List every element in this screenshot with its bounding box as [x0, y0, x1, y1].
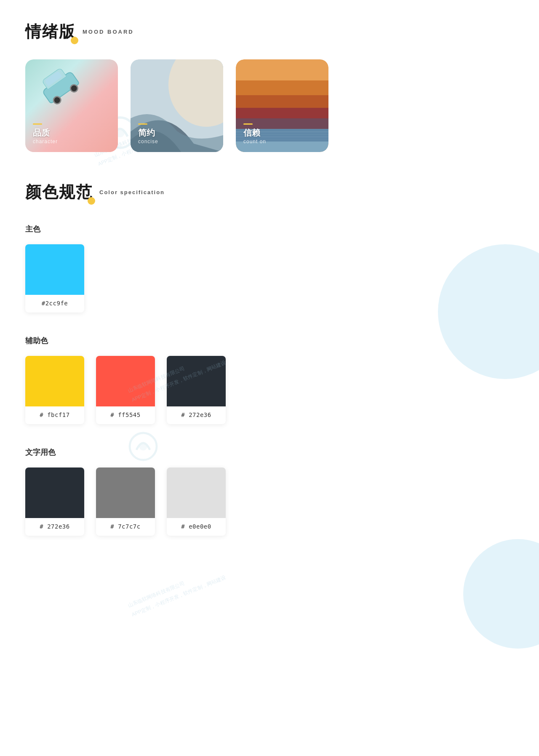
swatch-label-text-grey: # 7c7c7c — [96, 523, 155, 530]
swatch-label-dark: # 272e36 — [167, 411, 226, 418]
card-cn-count-on: 信赖 — [243, 127, 266, 139]
swatch-color-dark — [167, 356, 226, 406]
swatch-label-blue: #2cc9fe — [25, 300, 84, 307]
card-bar-2 — [138, 123, 147, 125]
secondary-color-label: 辅助色 — [25, 336, 514, 346]
primary-color-label: 主色 — [25, 224, 514, 234]
swatch-color-red — [96, 356, 155, 406]
text-color-group: 文字用色 # 272e36 # 7c7c7c # e0e0e0 — [25, 447, 514, 536]
swatch-text-dark: # 272e36 — [25, 467, 84, 536]
title-dot — [71, 37, 78, 44]
page: 山东临软网络科技有限公司 APP定制，小程序开发，软件定制，网站建设 山东临软网… — [0, 0, 539, 584]
swatch-yellow: # fbcf17 — [25, 356, 84, 424]
swatch-red: # ff5545 — [96, 356, 155, 424]
swatch-color-text-light — [167, 467, 226, 518]
mood-board-header: 情绪版 MOOD BOARD — [25, 21, 514, 43]
mood-card-concise: 简约 concise — [131, 59, 223, 152]
color-title-dot — [88, 197, 95, 205]
card-en-count-on: count on — [243, 139, 266, 144]
swatch-color-blue — [25, 244, 84, 295]
secondary-color-group: 辅助色 # fbcf17 # ff5545 # 272e36 — [25, 336, 514, 424]
card-cn-character: 品质 — [33, 127, 58, 139]
mood-card-character: 品质 character — [25, 59, 118, 152]
card-bar-3 — [243, 123, 253, 125]
card-en-concise: concise — [138, 139, 158, 144]
card-label-concise: 简约 concise — [138, 123, 158, 144]
mood-card-count-on: 信赖 count on — [236, 59, 328, 152]
text-color-label: 文字用色 — [25, 447, 514, 457]
svg-rect-12 — [236, 108, 328, 118]
card-en-character: character — [33, 139, 58, 144]
swatch-label-text-light: # e0e0e0 — [167, 523, 226, 530]
watermark-3: 山东临软网络科技有限公司 APP定制，小程序开发，软件定制，网站建设 — [126, 563, 228, 620]
swatch-primary-blue: #2cc9fe — [25, 244, 84, 313]
swatch-label-text-dark: # 272e36 — [25, 523, 84, 530]
secondary-swatches: # fbcf17 # ff5545 # 272e36 — [25, 356, 514, 424]
card-cn-concise: 简约 — [138, 127, 158, 139]
svg-rect-10 — [236, 80, 328, 95]
mood-board-title-en: MOOD BOARD — [83, 29, 134, 35]
card-label-count-on: 信赖 count on — [243, 123, 266, 144]
color-spec-title-en: Color specification — [99, 189, 165, 195]
mood-cards-container: 品质 character — [25, 59, 514, 152]
card-bar-1 — [33, 123, 42, 125]
decoration-circle-2 — [463, 539, 539, 649]
svg-rect-11 — [236, 95, 328, 108]
text-swatches: # 272e36 # 7c7c7c # e0e0e0 — [25, 467, 514, 536]
color-spec-title-cn: 颜色规范 — [25, 183, 93, 201]
swatch-label-yellow: # fbcf17 — [25, 411, 84, 418]
color-spec-header: 颜色规范 Color specification — [25, 182, 514, 203]
swatch-dark: # 272e36 — [167, 356, 226, 424]
primary-swatches: #2cc9fe — [25, 244, 514, 313]
card-label-character: 品质 character — [33, 123, 58, 144]
primary-color-group: 主色 #2cc9fe — [25, 224, 514, 313]
swatch-color-text-grey — [96, 467, 155, 518]
svg-rect-9 — [236, 59, 328, 80]
swatch-text-light: # e0e0e0 — [167, 467, 226, 536]
mood-board-title-cn: 情绪版 — [25, 23, 76, 40]
swatch-color-yellow — [25, 356, 84, 406]
swatch-color-text-dark — [25, 467, 84, 518]
swatch-text-grey: # 7c7c7c — [96, 467, 155, 536]
swatch-label-red: # ff5545 — [96, 411, 155, 418]
